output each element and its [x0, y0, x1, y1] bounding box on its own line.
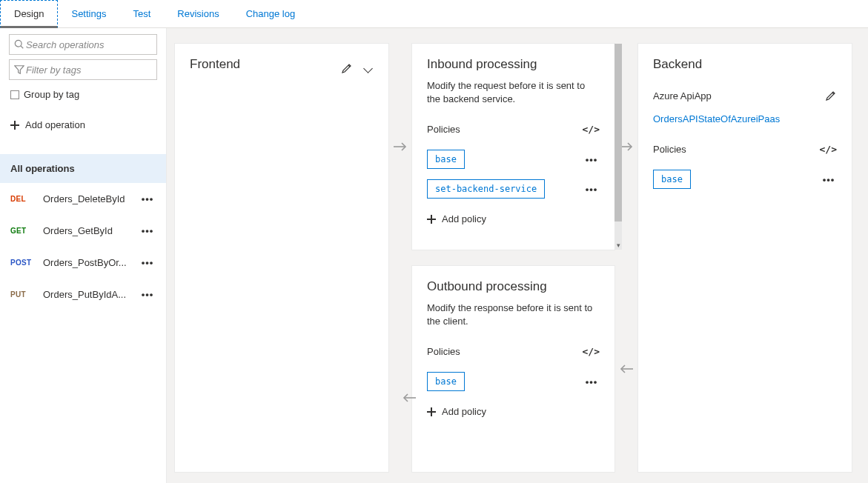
code-editor-icon[interactable]: </> [583, 124, 600, 135]
add-policy-label: Add policy [442, 406, 486, 417]
scrollbar-down-icon[interactable]: ▾ [614, 241, 622, 250]
outbound-desc: Modify the response before it is sent to… [427, 302, 600, 328]
code-editor-icon[interactable]: </> [820, 144, 837, 155]
policy-row: base ••• [427, 150, 600, 169]
design-canvas: Frontend ▾ Inbound processing Modify the… [167, 28, 868, 483]
chevron-down-icon[interactable] [363, 63, 374, 73]
operation-name: Orders_DeleteById [43, 193, 132, 204]
policy-menu-button[interactable]: ••• [583, 154, 600, 165]
add-policy-button[interactable]: Add policy [427, 402, 600, 417]
method-badge: POST [10, 259, 36, 267]
backend-card: Backend Azure ApiApp OrdersAPIStateOfAzu… [637, 43, 852, 473]
backend-subtitle: Azure ApiApp [653, 90, 712, 101]
inbound-card: ▾ Inbound processing Modify the request … [411, 43, 615, 250]
outbound-title: Outbound processing [427, 279, 600, 294]
group-by-tag-checkbox[interactable] [10, 90, 19, 99]
operation-row[interactable]: DEL Orders_DeleteById ••• [0, 183, 166, 215]
tab-bar: Design Settings Test Revisions Change lo… [0, 0, 868, 28]
add-policy-button[interactable]: Add policy [427, 209, 600, 224]
operation-row[interactable]: POST Orders_PostByOr... ••• [0, 247, 166, 279]
plus-icon [427, 407, 436, 416]
tab-changelog[interactable]: Change log [233, 0, 309, 27]
policy-menu-button[interactable]: ••• [821, 174, 837, 185]
policy-row: base ••• [653, 170, 837, 189]
flow-arrow-left [402, 390, 417, 405]
backend-title: Backend [653, 57, 837, 72]
inbound-desc: Modify the request before it is sent to … [427, 79, 600, 106]
policy-row: base ••• [427, 372, 600, 391]
plus-icon [427, 215, 436, 224]
add-operation-button[interactable]: Add operation [0, 110, 166, 139]
frontend-title: Frontend [190, 57, 240, 72]
operation-menu-button[interactable]: ••• [139, 257, 156, 268]
policies-label: Policies [427, 124, 460, 135]
filter-box[interactable] [9, 59, 157, 80]
operation-menu-button[interactable]: ••• [139, 225, 156, 236]
tab-revisions[interactable]: Revisions [164, 0, 232, 27]
filter-icon [14, 64, 24, 75]
operation-menu-button[interactable]: ••• [139, 289, 156, 300]
add-policy-label: Add policy [442, 213, 486, 224]
operation-row[interactable]: GET Orders_GetById ••• [0, 215, 166, 247]
policy-chip-base[interactable]: base [427, 372, 465, 391]
operation-name: Orders_PostByOr... [43, 257, 132, 268]
scrollbar-thumb[interactable] [614, 44, 622, 221]
search-input[interactable] [24, 39, 152, 51]
filter-input[interactable] [24, 64, 152, 76]
svg-point-0 [15, 40, 21, 47]
policy-chip-base[interactable]: base [653, 170, 691, 189]
search-icon [14, 39, 24, 50]
method-badge: PUT [10, 290, 36, 299]
add-operation-label: Add operation [25, 119, 85, 130]
operations-sidebar: Group by tag Add operation All operation… [0, 28, 167, 483]
policy-menu-button[interactable]: ••• [583, 184, 600, 195]
method-badge: GET [10, 227, 36, 235]
frontend-card: Frontend [174, 43, 389, 473]
operation-menu-button[interactable]: ••• [139, 193, 156, 204]
edit-icon[interactable] [341, 62, 353, 74]
policy-menu-button[interactable]: ••• [583, 376, 600, 387]
group-by-tag-label: Group by tag [24, 89, 79, 100]
flow-arrow-left [615, 265, 637, 473]
policies-label: Policies [427, 346, 460, 357]
operation-name: Orders_PutByIdA... [43, 289, 132, 300]
edit-icon[interactable] [825, 90, 837, 101]
code-editor-icon[interactable]: </> [583, 346, 600, 357]
tab-test[interactable]: Test [119, 0, 164, 27]
search-box[interactable] [9, 34, 157, 55]
outbound-card: Outbound processing Modify the response … [411, 265, 615, 473]
backend-link[interactable]: OrdersAPIStateOfAzureiPaas [653, 113, 837, 124]
tab-design[interactable]: Design [0, 0, 58, 28]
method-badge: DEL [10, 195, 36, 203]
tab-settings[interactable]: Settings [58, 0, 119, 27]
svg-line-1 [21, 46, 23, 48]
plus-icon [10, 121, 19, 130]
policies-label: Policies [653, 144, 686, 155]
all-operations-item[interactable]: All operations [0, 154, 166, 183]
group-by-tag-row[interactable]: Group by tag [9, 84, 157, 110]
policy-chip-set-backend-service[interactable]: set-backend-service [427, 179, 545, 199]
operation-row[interactable]: PUT Orders_PutByIdA... ••• [0, 279, 166, 310]
operation-name: Orders_GetById [43, 225, 132, 236]
policy-chip-base[interactable]: base [427, 150, 465, 169]
flow-arrow-right [389, 43, 411, 250]
inbound-title: Inbound processing [427, 57, 600, 72]
policy-row: set-backend-service ••• [427, 179, 600, 199]
